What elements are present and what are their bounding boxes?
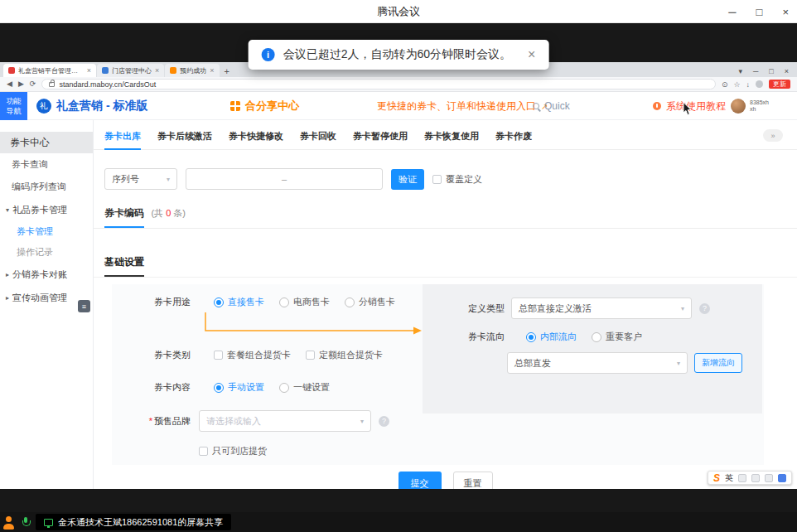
- meeting-toast: i 会议已超过2人，自动转为60分钟限时会议。 ×: [249, 40, 549, 70]
- browser-tab-cards[interactable]: 礼盒营销平台管理中心 ×: [3, 64, 96, 77]
- radio-selected-icon: [214, 383, 224, 393]
- serial-range-input[interactable]: –: [186, 168, 383, 190]
- tab-card-recycle[interactable]: 券卡回收: [300, 125, 336, 150]
- checkbox-package-combo-card[interactable]: 套餐组合提货卡: [214, 349, 291, 361]
- card-codes-count: (共 0 条): [151, 208, 186, 218]
- forward-icon[interactable]: ▶: [18, 80, 24, 88]
- browser-close-icon[interactable]: ×: [785, 67, 789, 75]
- promo-entry-link[interactable]: 更快捷的券卡、订单和快递使用入口 ↗: [377, 92, 548, 120]
- sidebar-collapse-handle[interactable]: ≡: [78, 300, 90, 312]
- help-icon[interactable]: ?: [379, 416, 389, 427]
- zoom-icon[interactable]: ⊙: [722, 80, 728, 89]
- tab-card-void[interactable]: 券卡作废: [495, 125, 532, 150]
- tab-close-icon[interactable]: ×: [155, 66, 159, 75]
- radio-internal-flow[interactable]: 内部流向: [526, 331, 577, 343]
- ime-language-toggle[interactable]: 英: [725, 472, 733, 484]
- maximize-icon[interactable]: □: [756, 7, 763, 17]
- radio-manual-setting[interactable]: 手动设置: [214, 381, 264, 394]
- close-icon[interactable]: ×: [782, 7, 789, 17]
- checkbox-icon: [432, 175, 442, 184]
- tab-card-followup-activate[interactable]: 券卡后续激活: [157, 125, 212, 150]
- radio-direct-sale[interactable]: 直接售卡: [214, 296, 264, 308]
- address-input[interactable]: standard.maboy.cn/CardsOut: [41, 79, 715, 89]
- bookmark-star-icon[interactable]: ☆: [733, 80, 740, 89]
- back-icon[interactable]: ◀: [7, 80, 12, 88]
- tab-card-resume[interactable]: 券卡恢复使用: [424, 125, 479, 150]
- chevron-right-icon: ▸: [6, 271, 9, 278]
- app-header: 功能 导航 礼 礼盒营销 - 标准版 合分享中心 更快捷的券卡、订单和快递使用入…: [0, 92, 797, 120]
- quick-search[interactable]: Quick: [533, 92, 570, 120]
- add-flow-button[interactable]: 新增流向: [694, 353, 742, 373]
- basic-settings-header: 基础设置: [94, 254, 797, 278]
- new-tab-icon[interactable]: +: [225, 66, 229, 76]
- flow-select[interactable]: 总部直发 ▾: [507, 352, 688, 374]
- meeting-title: 腾讯会议: [377, 4, 420, 19]
- tab-card-outbound[interactable]: 券卡出库: [104, 125, 141, 150]
- user-account[interactable]: 8385xh xh: [731, 92, 769, 120]
- reset-button[interactable]: 重置: [453, 472, 493, 489]
- sidebar-item-card-mgmt[interactable]: 券卡管理: [0, 221, 93, 242]
- meeting-bottom-bar: 金禾通技术王斌18662591081的屏幕共享: [0, 512, 797, 532]
- search-icon: [533, 103, 539, 109]
- help-icon[interactable]: ?: [699, 303, 710, 314]
- override-define-checkbox[interactable]: 覆盖定义: [432, 173, 482, 186]
- brand-logo-icon: 礼: [36, 99, 51, 114]
- browser-maximize-icon[interactable]: □: [769, 67, 773, 75]
- function-nav-toggle[interactable]: 功能 导航: [0, 92, 27, 120]
- radio-important-customer[interactable]: 重要客户: [592, 331, 642, 343]
- radio-ecommerce-sale[interactable]: 电商售卡: [279, 296, 330, 308]
- tencent-meeting-window: 腾讯会议 ─ □ × i 会议已超过2人，自动转为60分钟限时会议。 × 礼盒营…: [0, 0, 797, 532]
- store-pickup-row: 只可到店提货: [199, 445, 267, 457]
- profile-icon[interactable]: [756, 80, 763, 88]
- card-category-row: 券卡类别 套餐组合提货卡 定额组合提货卡: [141, 349, 383, 361]
- checkbox-fixed-combo-card[interactable]: 定额组合提货卡: [306, 349, 383, 361]
- mic-icon[interactable]: [738, 474, 746, 482]
- chevron-right-icon: ▸: [6, 294, 9, 302]
- minimize-icon[interactable]: ─: [728, 7, 736, 17]
- presale-brand-row: *预售品牌 请选择或输入 ▾ ?: [141, 410, 389, 432]
- participant-icon[interactable]: [2, 515, 16, 530]
- tab-card-suspend[interactable]: 券卡暂停使用: [353, 125, 408, 150]
- card-codes-title: 券卡编码: [104, 206, 144, 228]
- submit-button[interactable]: 提交: [398, 472, 442, 489]
- info-icon: i: [262, 48, 275, 61]
- tab-close-icon[interactable]: ×: [210, 66, 214, 75]
- mic-icon[interactable]: [21, 516, 31, 528]
- refresh-icon[interactable]: ⟳: [30, 80, 36, 88]
- download-icon[interactable]: ↓: [746, 80, 751, 89]
- tab-card-quick-edit[interactable]: 券卡快捷修改: [229, 125, 283, 150]
- radio-selected-icon: [526, 332, 536, 342]
- basic-settings-panel: 券卡用途 直接售卡 电商售卡 分销售卡: [112, 284, 764, 465]
- browser-minimize-icon[interactable]: ─: [753, 67, 758, 75]
- checkbox-store-pickup-only[interactable]: 只可到店提货: [199, 445, 267, 457]
- card-codes-header: 券卡编码 (共 0 条): [94, 205, 797, 229]
- toolbox-icon[interactable]: [765, 474, 773, 482]
- presale-brand-select[interactable]: 请选择或输入 ▾: [199, 410, 371, 432]
- sidebar-group-gift-card-mgmt[interactable]: ▾ 礼品券卡管理: [0, 198, 93, 221]
- grid-icon[interactable]: [778, 474, 786, 482]
- share-center-link[interactable]: 合分享中心: [230, 92, 299, 120]
- radio-distribution-sale[interactable]: 分销售卡: [345, 296, 395, 308]
- define-type-select[interactable]: 总部直接定义激活 ▾: [511, 297, 692, 319]
- update-button[interactable]: 更新: [769, 80, 790, 89]
- serial-field-select[interactable]: 序列号 ▾: [104, 168, 177, 190]
- browser-addressbar: ◀ ▶ ⟳ standard.maboy.cn/CardsOut ⊙ ☆ ↓ 更…: [0, 77, 797, 92]
- sidebar-item-operation-log[interactable]: 操作记录: [0, 242, 93, 263]
- browser-window: 礼盒营销平台管理中心 × 门店管理中心 × 预约成功 × + ▾ ─ □: [0, 62, 797, 489]
- browser-tab-store[interactable]: 门店管理中心 ×: [97, 64, 164, 77]
- verify-button[interactable]: 验证: [391, 169, 424, 190]
- sidebar: 券卡中心 券卡查询 编码序列查询 ▾ 礼品券卡管理 券卡管理: [0, 120, 94, 489]
- tabstrip-menu-icon[interactable]: ▾: [738, 67, 742, 75]
- tab-close-icon[interactable]: ×: [87, 66, 91, 75]
- sidebar-group-distribution-reconciliation[interactable]: ▸ 分销券卡对账: [0, 263, 93, 286]
- chevron-down-icon: ▾: [360, 418, 364, 425]
- collapse-tabs-button[interactable]: »: [763, 129, 783, 142]
- keyboard-icon[interactable]: [751, 474, 760, 482]
- sidebar-item-code-sequence-query[interactable]: 编码序列查询: [0, 176, 93, 198]
- sidebar-item-card-query[interactable]: 券卡查询: [0, 153, 93, 176]
- radio-one-click-setting[interactable]: 一键设置: [279, 381, 330, 394]
- browser-tab-booking[interactable]: 预约成功 ×: [165, 64, 219, 77]
- toast-close-icon[interactable]: ×: [528, 47, 535, 62]
- radio-icon: [345, 297, 355, 307]
- sogou-logo-icon[interactable]: S: [713, 473, 720, 483]
